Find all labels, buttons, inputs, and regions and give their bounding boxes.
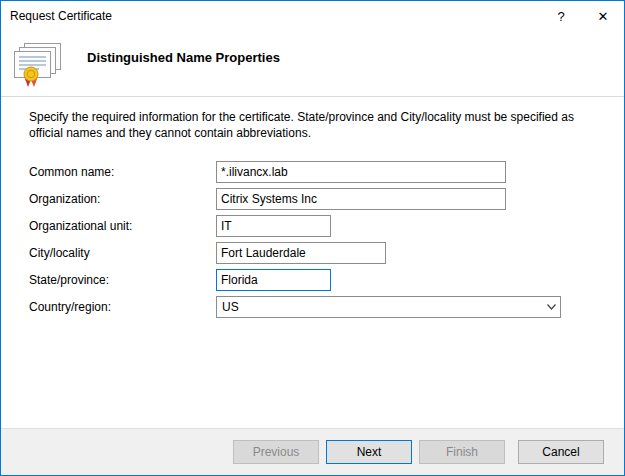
request-certificate-dialog: Request Certificate ? ✕ Distinguished Na… xyxy=(0,0,625,476)
common-name-input[interactable] xyxy=(216,161,506,183)
close-button[interactable]: ✕ xyxy=(582,1,624,31)
distinguished-name-form: Common name: Organization: Organizationa… xyxy=(29,161,596,318)
certificates-icon xyxy=(13,42,67,88)
previous-button: Previous xyxy=(233,440,319,464)
organization-label: Organization: xyxy=(29,192,216,206)
wizard-body: Specify the required information for the… xyxy=(1,97,624,428)
organizational-unit-input[interactable] xyxy=(216,215,331,237)
button-bar: Previous Next Finish Cancel xyxy=(1,428,624,475)
state-province-row: State/province: xyxy=(29,269,596,291)
organizational-unit-row: Organizational unit: xyxy=(29,215,596,237)
wizard-header: Distinguished Name Properties xyxy=(1,31,624,97)
page-title: Distinguished Name Properties xyxy=(87,50,280,65)
organization-input[interactable] xyxy=(216,188,506,210)
next-button[interactable]: Next xyxy=(326,440,412,464)
common-name-row: Common name: xyxy=(29,161,596,183)
cancel-button[interactable]: Cancel xyxy=(518,440,604,464)
window-title: Request Certificate xyxy=(10,9,112,23)
state-province-input[interactable] xyxy=(216,269,331,291)
window-controls: ? ✕ xyxy=(540,1,624,31)
instructions-text: Specify the required information for the… xyxy=(29,110,596,141)
country-region-select[interactable]: US xyxy=(216,296,561,318)
city-locality-input[interactable] xyxy=(216,242,386,264)
title-bar: Request Certificate ? ✕ xyxy=(1,1,624,31)
organization-row: Organization: xyxy=(29,188,596,210)
chevron-down-icon xyxy=(542,297,560,317)
country-region-row: Country/region: US xyxy=(29,296,596,318)
state-province-label: State/province: xyxy=(29,273,216,287)
country-region-label: Country/region: xyxy=(29,300,216,314)
city-locality-row: City/locality xyxy=(29,242,596,264)
help-button[interactable]: ? xyxy=(540,1,582,31)
organizational-unit-label: Organizational unit: xyxy=(29,219,216,233)
common-name-label: Common name: xyxy=(29,165,216,179)
city-locality-label: City/locality xyxy=(29,246,216,260)
country-region-value: US xyxy=(217,300,542,314)
finish-button: Finish xyxy=(419,440,505,464)
